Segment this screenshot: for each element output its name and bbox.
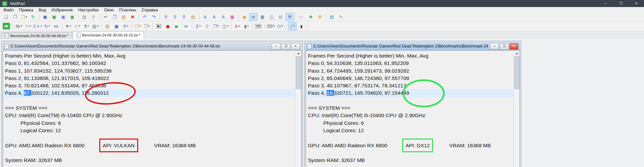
child-close-button[interactable]: × [509, 43, 518, 50]
line-numbers-button[interactable]: №▾ [15, 22, 23, 30]
save-as-button[interactable]: ▣ [68, 13, 76, 21]
close-document-button[interactable]: ✕▾ [64, 22, 72, 30]
dropdown-arrow-icon[interactable]: ▾ [70, 25, 71, 27]
scroll-up-arrow[interactable] [514, 51, 520, 56]
child-titlebar[interactable]: C:\Users\Xeon\Documents\Rockstar Games\R… [306, 42, 520, 50]
screen-button[interactable]: ⊡▾ [276, 22, 284, 30]
highlighter-button[interactable]: ✎▾ [24, 22, 32, 30]
dropdown-arrow-icon[interactable]: ▾ [247, 25, 249, 27]
font-larger-button[interactable]: A [219, 13, 227, 21]
scrollbar-thumb[interactable] [514, 56, 519, 89]
sort-lines-button[interactable]: A▾ [233, 22, 241, 30]
encoding-button[interactable]: EB [254, 22, 263, 30]
macro-execute-button[interactable]: ≫ [182, 22, 190, 30]
column-marker-button[interactable]: ▮▾ [242, 22, 251, 30]
child-titlebar[interactable]: C:\Users\Xeon\Documents\Rockstar Games\R… [3, 42, 302, 50]
dropdown-arrow-icon[interactable]: ▾ [148, 25, 150, 27]
copy-button[interactable]: ❐ [110, 13, 119, 21]
reopen-file-button[interactable]: ↻ [29, 13, 37, 21]
readonly-lock-button[interactable]: ◉ [240, 13, 249, 21]
split-window-vertical-button[interactable]: ◫ [267, 13, 276, 21]
spellcheck-button[interactable]: ✓▾ [73, 22, 82, 30]
find-next-button[interactable]: ⚲ [171, 13, 179, 21]
dropdown-arrow-icon[interactable]: ▾ [227, 25, 228, 27]
menu-view[interactable]: Вид [36, 7, 49, 13]
nodes-button[interactable]: ⋈ [52, 22, 60, 30]
dropdown-arrow-icon[interactable]: ▾ [293, 25, 294, 27]
find-button[interactable]: ⚲ [162, 13, 170, 21]
vertical-scrollbar[interactable] [295, 51, 301, 167]
close-button[interactable]: ✕ [629, 0, 644, 7]
execute-script-button[interactable]: ❖ [307, 13, 315, 21]
invisible-chars-button[interactable]: ¶▾ [82, 22, 91, 30]
dropdown-arrow-icon[interactable]: ▾ [274, 25, 275, 27]
copy-path-button[interactable]: ❐▾ [212, 22, 220, 30]
dropdown-arrow-icon[interactable]: ▾ [21, 25, 22, 27]
dropdown-arrow-icon[interactable]: ▾ [218, 25, 219, 27]
new-window-button[interactable]: ❐ [11, 13, 19, 21]
dropdown-arrow-icon[interactable]: ▾ [88, 25, 89, 27]
print-preview-button[interactable]: ⚲ [89, 13, 98, 21]
dropdown-arrow-icon[interactable]: ▾ [97, 25, 99, 27]
save-button[interactable]: ▣ [41, 13, 49, 21]
macro-record-button[interactable]: ● [164, 22, 172, 30]
dropdown-arrow-icon[interactable]: ▾ [139, 25, 141, 27]
restore-button[interactable]: ❐ [613, 0, 629, 7]
cut-button[interactable]: ✂ [101, 13, 110, 21]
vertical-scrollbar[interactable] [514, 51, 520, 167]
split-window-horizontal-button[interactable]: ⊟ [276, 13, 285, 21]
dropdown-arrow-icon[interactable]: ▾ [127, 25, 128, 27]
macro-toolbar-button[interactable]: ▶ [155, 22, 163, 30]
plugins-wrench-button[interactable]: ⚒ [285, 13, 294, 21]
dropdown-arrow-icon[interactable]: ▾ [238, 25, 240, 27]
open-file-button[interactable]: ❒▾ [20, 13, 28, 21]
child-minimize-button[interactable]: ─ [490, 43, 499, 50]
dropdown-arrow-icon[interactable]: ▾ [199, 25, 201, 27]
dropdown-arrow-icon[interactable]: ▾ [25, 16, 27, 18]
child-close-button[interactable]: × [291, 43, 300, 50]
delete-button[interactable]: ✖ [128, 13, 137, 21]
main-titlebar[interactable]: AkelPad ─ ❐ ✕ [0, 0, 644, 7]
quick-view-button[interactable]: ⚲▾ [121, 22, 130, 30]
open-session-button[interactable]: ❒▾ [133, 22, 142, 30]
run-button[interactable]: ▷ [298, 13, 306, 21]
menu-plugins[interactable]: Плагины [116, 7, 139, 13]
colors-button[interactable]: ▦ [228, 13, 236, 21]
menu-window[interactable]: Окно [101, 7, 116, 13]
notepad-button[interactable]: ▤ [328, 13, 336, 21]
font-smaller-button[interactable]: A [201, 13, 209, 21]
child-maximize-button[interactable]: ❐ [500, 43, 508, 50]
macro-play-button[interactable]: ▶ [173, 22, 181, 30]
menu-edit[interactable]: Правка [16, 7, 36, 13]
dropdown-arrow-icon[interactable]: ▾ [30, 25, 31, 27]
editor-content[interactable]: Frames Per Second (Higher is better) Min… [3, 50, 302, 167]
sounds-button[interactable]: ♪▾ [288, 22, 297, 30]
dropdown-arrow-icon[interactable]: ▾ [282, 25, 283, 27]
undo-button[interactable]: ↶ [141, 13, 149, 21]
print-button[interactable]: ▤ [80, 13, 89, 21]
cpp-syntax-button[interactable]: C+▾ [33, 22, 42, 30]
hotkeys-button[interactable]: ⌨▾ [266, 22, 275, 30]
child-maximize-button[interactable]: ❐ [281, 43, 290, 50]
tab-benchmark-44-08[interactable]: Benchmark-24-06-30-00-44-08.txt * [1, 32, 72, 39]
editor-content[interactable]: Frames Per Second (Higher is better) Min… [306, 50, 520, 167]
child-minimize-button[interactable]: ─ [272, 43, 280, 50]
menu-file[interactable]: Файл [1, 7, 16, 13]
dropdown-arrow-icon[interactable]: ▾ [79, 25, 80, 27]
save-copy-button[interactable]: ▣ [59, 13, 67, 21]
log-panel-button[interactable]: ▤▾ [91, 22, 100, 30]
find-in-files-button[interactable]: ⚲ [180, 13, 188, 21]
scroll-up-arrow[interactable] [296, 51, 301, 56]
dropdown-arrow-icon[interactable]: ▾ [49, 25, 50, 27]
tab-benchmark-16-15[interactable]: Benchmark-24-06-30-00-16-15.txt * [73, 31, 144, 39]
split-window-4-button[interactable]: ▦ [258, 13, 267, 21]
word-wrap-button[interactable]: ≡ [249, 13, 258, 21]
menu-favorites[interactable]: Избранное [49, 7, 75, 13]
save-all-button[interactable]: ▣ [50, 13, 58, 21]
notepad-edit-button[interactable]: ✎ [337, 13, 345, 21]
save-session-button[interactable]: ▣ [112, 22, 121, 30]
speaker-button[interactable]: ◖ [297, 22, 306, 30]
minimap-button[interactable]: ❐▾ [143, 22, 151, 30]
scrollbar-thumb[interactable] [296, 56, 301, 89]
menu-settings[interactable]: Настройки [75, 7, 101, 13]
